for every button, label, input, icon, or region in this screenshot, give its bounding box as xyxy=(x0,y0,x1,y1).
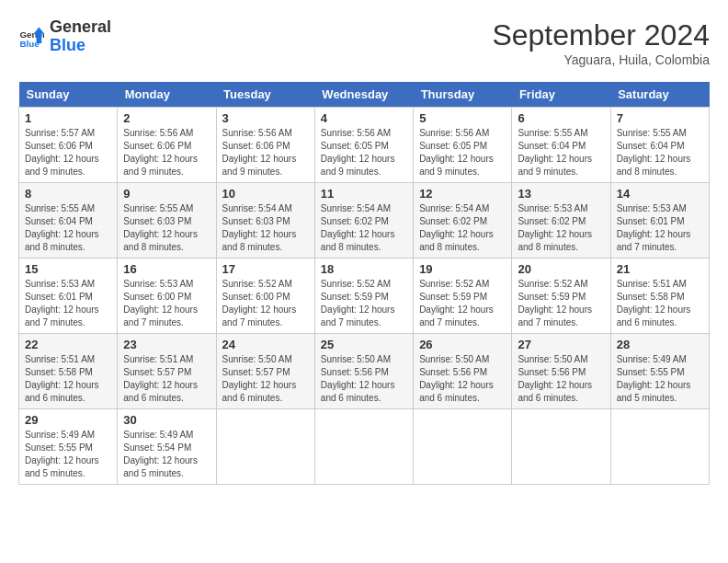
calendar-cell: 14Sunrise: 5:53 AMSunset: 6:01 PMDayligh… xyxy=(610,183,709,259)
day-info: Sunrise: 5:54 AMSunset: 6:03 PMDaylight:… xyxy=(222,202,309,254)
day-info: Sunrise: 5:55 AMSunset: 6:04 PMDaylight:… xyxy=(25,202,111,254)
day-number: 17 xyxy=(222,262,309,276)
day-number: 13 xyxy=(518,187,604,201)
weekday-header-saturday: Saturday xyxy=(610,82,709,108)
day-info: Sunrise: 5:50 AMSunset: 5:56 PMDaylight:… xyxy=(419,353,506,405)
logo-icon: General Blue xyxy=(18,24,44,50)
day-info: Sunrise: 5:53 AMSunset: 6:00 PMDaylight:… xyxy=(123,278,210,329)
calendar-cell: 7Sunrise: 5:55 AMSunset: 6:04 PMDaylight… xyxy=(610,108,709,183)
calendar-cell: 10Sunrise: 5:54 AMSunset: 6:03 PMDayligh… xyxy=(216,183,314,259)
calendar-cell: 5Sunrise: 5:56 AMSunset: 6:05 PMDaylight… xyxy=(414,108,512,183)
day-number: 22 xyxy=(25,338,111,351)
calendar-cell: 9Sunrise: 5:55 AMSunset: 6:03 PMDaylight… xyxy=(118,183,216,259)
calendar-cell: 18Sunrise: 5:52 AMSunset: 5:59 PMDayligh… xyxy=(314,259,413,334)
day-info: Sunrise: 5:49 AMSunset: 5:54 PMDaylight:… xyxy=(123,429,210,480)
calendar-cell: 2Sunrise: 5:56 AMSunset: 6:06 PMDaylight… xyxy=(118,108,216,183)
day-info: Sunrise: 5:55 AMSunset: 6:04 PMDaylight:… xyxy=(617,127,703,178)
day-info: Sunrise: 5:49 AMSunset: 5:55 PMDaylight:… xyxy=(25,429,111,480)
day-info: Sunrise: 5:51 AMSunset: 5:58 PMDaylight:… xyxy=(617,278,703,329)
day-number: 2 xyxy=(123,111,210,125)
day-info: Sunrise: 5:54 AMSunset: 6:02 PMDaylight:… xyxy=(419,202,506,254)
calendar-cell xyxy=(512,409,610,485)
calendar-cell: 12Sunrise: 5:54 AMSunset: 6:02 PMDayligh… xyxy=(414,183,512,259)
calendar-week-1: 1Sunrise: 5:57 AMSunset: 6:06 PMDaylight… xyxy=(19,108,710,183)
calendar-cell xyxy=(314,409,413,485)
calendar-cell: 3Sunrise: 5:56 AMSunset: 6:06 PMDaylight… xyxy=(216,108,314,183)
day-info: Sunrise: 5:50 AMSunset: 5:56 PMDaylight:… xyxy=(518,353,604,405)
day-info: Sunrise: 5:52 AMSunset: 5:59 PMDaylight:… xyxy=(518,278,604,329)
calendar-cell: 13Sunrise: 5:53 AMSunset: 6:02 PMDayligh… xyxy=(512,183,610,259)
calendar-week-5: 29Sunrise: 5:49 AMSunset: 5:55 PMDayligh… xyxy=(19,409,710,485)
day-number: 25 xyxy=(321,338,407,351)
day-info: Sunrise: 5:50 AMSunset: 5:56 PMDaylight:… xyxy=(321,353,407,405)
calendar-cell: 15Sunrise: 5:53 AMSunset: 6:01 PMDayligh… xyxy=(19,259,118,334)
day-number: 12 xyxy=(419,187,506,201)
day-number: 23 xyxy=(123,338,210,351)
page-header: General Blue General Blue September 2024… xyxy=(18,18,710,67)
day-number: 16 xyxy=(123,262,210,276)
day-number: 11 xyxy=(321,187,407,201)
day-info: Sunrise: 5:57 AMSunset: 6:06 PMDaylight:… xyxy=(25,127,111,178)
day-number: 9 xyxy=(123,187,210,201)
calendar-cell: 27Sunrise: 5:50 AMSunset: 5:56 PMDayligh… xyxy=(512,334,610,409)
day-info: Sunrise: 5:55 AMSunset: 6:03 PMDaylight:… xyxy=(123,202,210,254)
calendar-cell: 6Sunrise: 5:55 AMSunset: 6:04 PMDaylight… xyxy=(512,108,610,183)
weekday-header-tuesday: Tuesday xyxy=(216,82,314,108)
logo: General Blue General Blue xyxy=(18,18,111,55)
day-number: 26 xyxy=(419,338,506,351)
day-number: 28 xyxy=(617,338,703,351)
day-number: 15 xyxy=(25,262,111,276)
day-info: Sunrise: 5:56 AMSunset: 6:05 PMDaylight:… xyxy=(419,127,506,178)
calendar-cell: 21Sunrise: 5:51 AMSunset: 5:58 PMDayligh… xyxy=(610,259,709,334)
day-info: Sunrise: 5:56 AMSunset: 6:06 PMDaylight:… xyxy=(222,127,309,178)
weekday-header-friday: Friday xyxy=(512,82,610,108)
calendar-cell: 17Sunrise: 5:52 AMSunset: 6:00 PMDayligh… xyxy=(216,259,314,334)
day-info: Sunrise: 5:50 AMSunset: 5:57 PMDaylight:… xyxy=(222,353,309,405)
day-number: 8 xyxy=(25,187,111,201)
day-number: 18 xyxy=(321,262,407,276)
calendar-cell: 20Sunrise: 5:52 AMSunset: 5:59 PMDayligh… xyxy=(512,259,610,334)
day-info: Sunrise: 5:51 AMSunset: 5:58 PMDaylight:… xyxy=(25,353,111,405)
day-number: 27 xyxy=(518,338,604,351)
day-info: Sunrise: 5:53 AMSunset: 6:01 PMDaylight:… xyxy=(25,278,111,329)
day-info: Sunrise: 5:52 AMSunset: 5:59 PMDaylight:… xyxy=(321,278,407,329)
calendar-week-4: 22Sunrise: 5:51 AMSunset: 5:58 PMDayligh… xyxy=(19,334,710,409)
weekday-header-sunday: Sunday xyxy=(19,82,118,108)
calendar-cell: 30Sunrise: 5:49 AMSunset: 5:54 PMDayligh… xyxy=(118,409,216,485)
calendar-cell: 22Sunrise: 5:51 AMSunset: 5:58 PMDayligh… xyxy=(19,334,118,409)
day-number: 3 xyxy=(222,111,309,125)
weekday-header-wednesday: Wednesday xyxy=(314,82,413,108)
day-number: 5 xyxy=(419,111,506,125)
logo-text: General Blue xyxy=(50,18,111,55)
calendar-cell: 11Sunrise: 5:54 AMSunset: 6:02 PMDayligh… xyxy=(314,183,413,259)
day-info: Sunrise: 5:56 AMSunset: 6:06 PMDaylight:… xyxy=(123,127,210,178)
weekday-header-monday: Monday xyxy=(118,82,216,108)
day-info: Sunrise: 5:56 AMSunset: 6:05 PMDaylight:… xyxy=(321,127,407,178)
day-number: 10 xyxy=(222,187,309,201)
calendar-cell: 26Sunrise: 5:50 AMSunset: 5:56 PMDayligh… xyxy=(414,334,512,409)
calendar-cell xyxy=(216,409,314,485)
day-info: Sunrise: 5:54 AMSunset: 6:02 PMDaylight:… xyxy=(321,202,407,254)
calendar-cell: 1Sunrise: 5:57 AMSunset: 6:06 PMDaylight… xyxy=(19,108,118,183)
day-number: 14 xyxy=(617,187,703,201)
day-info: Sunrise: 5:52 AMSunset: 5:59 PMDaylight:… xyxy=(419,278,506,329)
calendar-cell: 29Sunrise: 5:49 AMSunset: 5:55 PMDayligh… xyxy=(19,409,118,485)
calendar-cell xyxy=(414,409,512,485)
location: Yaguara, Huila, Colombia xyxy=(492,52,710,67)
calendar-table: SundayMondayTuesdayWednesdayThursdayFrid… xyxy=(18,82,710,485)
day-number: 7 xyxy=(617,111,703,125)
day-number: 4 xyxy=(321,111,407,125)
day-number: 29 xyxy=(25,413,111,427)
title-area: September 2024 Yaguara, Huila, Colombia xyxy=(492,18,710,67)
calendar-cell: 16Sunrise: 5:53 AMSunset: 6:00 PMDayligh… xyxy=(118,259,216,334)
calendar-cell: 4Sunrise: 5:56 AMSunset: 6:05 PMDaylight… xyxy=(314,108,413,183)
day-info: Sunrise: 5:53 AMSunset: 6:01 PMDaylight:… xyxy=(617,202,703,254)
month-title: September 2024 xyxy=(492,18,710,52)
day-number: 6 xyxy=(518,111,604,125)
day-number: 24 xyxy=(222,338,309,351)
weekday-header-thursday: Thursday xyxy=(414,82,512,108)
calendar-cell: 8Sunrise: 5:55 AMSunset: 6:04 PMDaylight… xyxy=(19,183,118,259)
day-number: 1 xyxy=(25,111,111,125)
day-info: Sunrise: 5:53 AMSunset: 6:02 PMDaylight:… xyxy=(518,202,604,254)
day-info: Sunrise: 5:51 AMSunset: 5:57 PMDaylight:… xyxy=(123,353,210,405)
